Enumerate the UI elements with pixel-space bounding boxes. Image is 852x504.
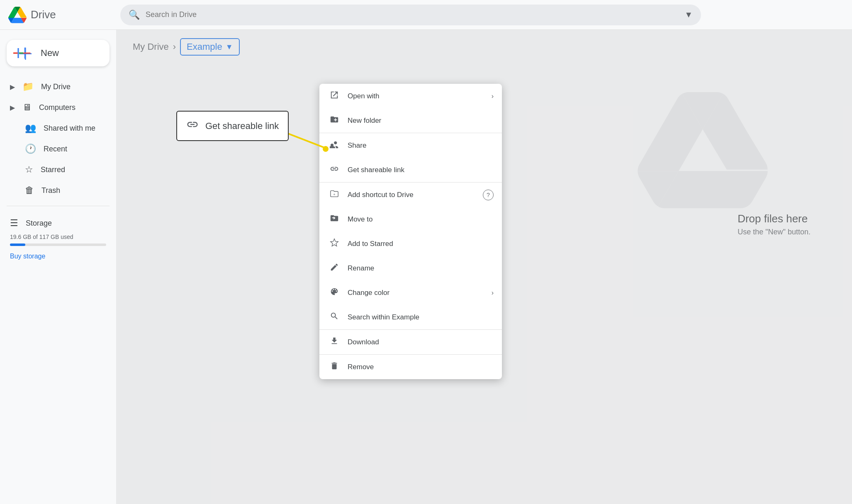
recent-icon: 🕐	[25, 144, 36, 154]
menu-section-3: + Add shortcut to Drive ? Move to Add to…	[319, 183, 502, 330]
context-menu: Open with › New folder Share	[319, 84, 502, 379]
menu-item-label: Share	[348, 141, 366, 150]
move-to-icon	[329, 214, 339, 225]
sidebar-item-trash[interactable]: 🗑 Trash	[0, 180, 110, 201]
menu-item-new-folder[interactable]: New folder	[319, 108, 502, 133]
svg-text:+: +	[333, 192, 335, 197]
menu-section-1: Open with › New folder	[319, 84, 502, 133]
storage-bar-bg	[10, 243, 106, 246]
menu-item-change-color[interactable]: Change color ›	[319, 280, 502, 305]
my-drive-icon: 📁	[22, 81, 34, 92]
menu-section-5: Remove	[319, 355, 502, 379]
shared-icon: 👥	[25, 123, 36, 134]
rename-icon	[329, 263, 339, 274]
content-area: My Drive › Example ▼ Drop files here Use…	[116, 30, 852, 504]
add-shortcut-icon: +	[329, 189, 339, 200]
menu-item-label: Remove	[348, 363, 374, 371]
menu-item-label: Add shortcut to Drive	[348, 191, 414, 199]
palette-icon	[329, 287, 339, 298]
add-starred-icon	[329, 238, 339, 249]
menu-item-label: Move to	[348, 215, 372, 224]
menu-item-label: Change color	[348, 289, 389, 297]
remove-icon	[329, 361, 339, 373]
logo-area: Drive	[8, 6, 112, 24]
topbar: Drive 🔍 ▼	[0, 0, 852, 30]
expand-icon: ▶	[10, 83, 15, 91]
menu-item-remove[interactable]: Remove	[319, 355, 502, 379]
search-bar[interactable]: 🔍 ▼	[120, 5, 701, 25]
tooltip-label: Get shareable link	[205, 121, 279, 131]
new-folder-icon	[329, 115, 339, 126]
search-icon: 🔍	[129, 10, 140, 20]
drive-logo-icon	[8, 6, 27, 24]
menu-item-label: Add to Starred	[348, 240, 393, 248]
menu-item-label: New folder	[348, 117, 381, 125]
menu-item-open-with[interactable]: Open with ›	[319, 84, 502, 108]
storage-icon: ☰	[10, 218, 18, 229]
computers-icon: 🖥	[22, 102, 32, 113]
download-icon	[329, 336, 339, 348]
share-icon	[329, 140, 339, 151]
menu-item-label: Get shareable link	[348, 166, 404, 174]
sidebar-item-starred[interactable]: ☆ Starred	[0, 159, 110, 180]
new-button[interactable]: New	[7, 40, 110, 66]
menu-item-label: Search within Example	[348, 313, 419, 321]
tooltip-link-icon	[186, 118, 199, 134]
sidebar-divider	[7, 206, 110, 206]
sidebar-item-shared-with-me[interactable]: 👥 Shared with me	[0, 118, 110, 139]
menu-item-label: Open with	[348, 92, 380, 100]
main-layout: New ▶ 📁 My Drive ▶ 🖥 Computers 👥 Shared …	[0, 30, 852, 504]
storage-section: ☰ Storage 19.6 GB of 117 GB used Buy sto…	[0, 211, 116, 267]
menu-item-label: Rename	[348, 264, 374, 273]
sidebar-item-label: My Drive	[41, 83, 71, 91]
search-within-icon	[329, 312, 339, 323]
sidebar: New ▶ 📁 My Drive ▶ 🖥 Computers 👥 Shared …	[0, 30, 116, 504]
storage-bar-fill	[10, 243, 25, 246]
sidebar-item-recent[interactable]: 🕐 Recent	[0, 139, 110, 159]
new-button-label: New	[41, 48, 59, 58]
link-icon	[329, 164, 339, 175]
submenu-arrow-icon: ›	[492, 93, 494, 100]
sidebar-item-label: Shared with me	[44, 124, 95, 133]
submenu-arrow-icon: ›	[492, 289, 494, 297]
sidebar-item-label: Trash	[41, 186, 60, 195]
open-with-icon	[329, 90, 339, 102]
menu-item-label: Download	[348, 338, 379, 346]
new-plus-colored-icon	[12, 46, 25, 60]
trash-icon: 🗑	[25, 185, 34, 196]
expand-icon: ▶	[10, 104, 15, 112]
menu-item-download[interactable]: Download	[319, 330, 502, 354]
starred-icon: ☆	[25, 164, 33, 175]
storage-label: ☰ Storage	[10, 218, 106, 229]
buy-storage-button[interactable]: Buy storage	[10, 253, 45, 260]
menu-item-add-shortcut[interactable]: + Add shortcut to Drive ?	[319, 183, 502, 207]
search-input[interactable]	[146, 10, 679, 19]
app-name: Drive	[31, 8, 56, 21]
sidebar-item-label: Computers	[39, 103, 75, 112]
menu-section-4: Download	[319, 330, 502, 355]
menu-item-move-to[interactable]: Move to	[319, 207, 502, 231]
sidebar-item-computers[interactable]: ▶ 🖥 Computers	[0, 97, 110, 118]
menu-item-add-to-starred[interactable]: Add to Starred	[319, 231, 502, 256]
sidebar-item-label: Starred	[41, 166, 65, 174]
storage-info: 19.6 GB of 117 GB used	[10, 234, 106, 240]
menu-item-get-shareable-link[interactable]: Get shareable link	[319, 158, 502, 182]
search-dropdown-icon[interactable]: ▼	[684, 10, 693, 19]
menu-item-rename[interactable]: Rename	[319, 256, 502, 280]
help-icon: ?	[483, 190, 494, 200]
menu-section-2: Share Get shareable link	[319, 133, 502, 183]
sidebar-item-label: Recent	[44, 145, 67, 153]
tooltip-box: Get shareable link	[176, 111, 289, 141]
menu-item-search-within[interactable]: Search within Example	[319, 305, 502, 329]
menu-item-share[interactable]: Share	[319, 133, 502, 158]
sidebar-item-my-drive[interactable]: ▶ 📁 My Drive	[0, 76, 110, 97]
